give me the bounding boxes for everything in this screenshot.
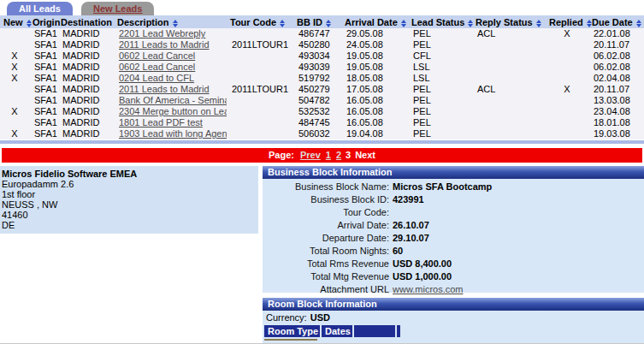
cell-arrival-date: 16.05.08 xyxy=(341,95,408,106)
field-value xyxy=(393,206,644,219)
cell-bb-id: 450279 xyxy=(293,84,341,95)
tab-all-leads[interactable]: All Leads xyxy=(7,2,73,15)
sort-icon[interactable] xyxy=(326,20,331,27)
field-value: 60 xyxy=(393,245,644,258)
table-row[interactable]: X SFA1 MADRID 0602 Lead Cancel 493034 19… xyxy=(0,50,644,62)
sort-icon[interactable] xyxy=(536,20,541,27)
cell-origin: SFA1 xyxy=(29,95,57,106)
field-label: Tour Code: xyxy=(263,206,393,219)
cell-replied: X xyxy=(546,84,588,95)
cell-reply-status: ACL xyxy=(472,28,546,39)
company-address-block: Micros Fidelio Software EMEA Europadamm … xyxy=(0,166,258,234)
business-block-panel: Business Block Information Business Bloc… xyxy=(263,166,644,293)
column-header[interactable]: Replied xyxy=(546,15,588,28)
cell-due-date: 06.02.08 xyxy=(588,62,644,73)
table-bottom-divider xyxy=(0,140,644,144)
lead-description-link[interactable]: 1903 Lead with long Agenda xyxy=(119,128,227,139)
cell-new-flag xyxy=(0,84,29,95)
attachment-label: Attachment URL xyxy=(263,283,393,296)
field-label: Total Rms Revenue xyxy=(263,258,393,270)
tab-new-leads[interactable]: New Leads xyxy=(81,2,154,15)
cell-arrival-date: 19.04.08 xyxy=(341,128,408,139)
cell-origin: SFA1 xyxy=(29,106,57,117)
cell-replied xyxy=(546,62,588,73)
cell-reply-status xyxy=(472,73,546,84)
leads-table: New Origin Destination Description Tour … xyxy=(0,15,644,144)
room-block-panel-title: Room Block Information xyxy=(263,298,644,311)
lead-description-link[interactable]: 0602 Lead Cancel xyxy=(119,62,195,72)
field-value: USD 1,000.00 xyxy=(393,270,644,283)
tabs-bar: All Leads New Leads xyxy=(0,0,644,15)
lead-description-link[interactable]: 2011 Leads to Madrid xyxy=(119,39,210,50)
cell-lead-status: PEL xyxy=(408,106,472,117)
lead-description-link[interactable]: 2011 Leads to Madrid xyxy=(119,84,210,94)
sort-icon[interactable] xyxy=(173,20,178,27)
business-block-panel-body: Business Block Name: Micros SFA Bootcamp… xyxy=(263,179,644,293)
column-header[interactable]: Due Date xyxy=(588,15,644,28)
column-header[interactable]: Description xyxy=(114,15,227,28)
business-block-panel-title: Business Block Information xyxy=(263,166,644,179)
field-row: Business Block ID: 423991 xyxy=(263,193,644,206)
table-row[interactable]: SFA1 MADRID 1801 Lead PDF test 484745 16… xyxy=(0,117,644,128)
currency-row: Currency:USD xyxy=(264,311,644,323)
table-row[interactable]: SFA1 MADRID 2011 Leads to Madrid 2011LTO… xyxy=(0,84,644,95)
column-header[interactable]: Destination xyxy=(57,15,114,28)
attachment-row: Attachment URL www.micros.com xyxy=(263,283,644,296)
cell-lead-status: PEL xyxy=(408,117,472,128)
column-header[interactable]: Lead Status xyxy=(408,15,472,28)
table-row[interactable]: SFA1 MADRID 2011 Leads to Madrid 2011LTO… xyxy=(0,39,644,50)
cell-new-flag xyxy=(0,39,29,50)
field-label: Arrival Date: xyxy=(263,219,393,232)
sort-icon[interactable] xyxy=(280,20,285,27)
field-label: Total Room Nights: xyxy=(263,245,393,258)
pagination-page-link[interactable]: Prev xyxy=(300,150,321,160)
column-header[interactable]: Tour Code xyxy=(227,15,293,28)
cell-destination: MADRID xyxy=(57,62,114,73)
lead-description-link[interactable]: Bank Of America - Seminar xyxy=(119,95,227,105)
lead-description-link[interactable]: 1801 Lead PDF test xyxy=(119,117,203,128)
column-header[interactable]: Reply Status xyxy=(472,15,546,28)
cell-destination: MADRID xyxy=(57,84,114,95)
pagination-next-link[interactable]: Next xyxy=(355,150,375,160)
field-label: Departure Date: xyxy=(263,232,393,245)
sort-icon[interactable] xyxy=(636,20,641,27)
cell-bb-id: 504782 xyxy=(293,95,341,106)
attachment-url-link[interactable]: www.micros.com xyxy=(393,284,464,294)
table-row[interactable]: X SFA1 MADRID 1903 Lead with long Agenda… xyxy=(0,128,644,139)
table-row[interactable]: X SFA1 MADRID 2304 Merge button on Lead … xyxy=(0,106,644,117)
lead-description-link[interactable]: 2201 Lead Webreply xyxy=(119,28,205,39)
table-row[interactable]: SFA1 MADRID 2201 Lead Webreply 486747 29… xyxy=(0,28,644,39)
cell-destination: MADRID xyxy=(57,128,114,139)
column-header[interactable]: Arrival Date xyxy=(341,15,408,28)
pagination-page-link[interactable]: 2 xyxy=(336,150,341,160)
field-row: Business Block Name: Micros SFA Bootcamp xyxy=(263,181,644,193)
table-row[interactable]: SFA1 MADRID Bank Of America - Seminar 50… xyxy=(0,95,644,106)
column-header[interactable]: Origin xyxy=(29,15,57,28)
column-header[interactable]: BB ID xyxy=(293,15,341,28)
cell-replied xyxy=(546,117,588,128)
lead-description-link[interactable]: 0602 Lead Cancel xyxy=(119,50,195,61)
cell-replied xyxy=(546,95,588,106)
field-value: 26.10.07 xyxy=(393,219,644,232)
lead-description-link[interactable]: 2304 Merge button on Lead xyxy=(119,106,227,116)
cell-arrival-date: 19.05.08 xyxy=(341,62,408,73)
column-header[interactable]: New xyxy=(0,15,29,28)
table-row[interactable]: X SFA1 MADRID 0204 Lead to CFL 519792 18… xyxy=(0,73,644,84)
column-header-label: Destination xyxy=(61,17,112,27)
currency-label: Currency: xyxy=(266,312,307,323)
cell-tour-code xyxy=(227,128,293,139)
leads-table-header-row: New Origin Destination Description Tour … xyxy=(0,15,644,28)
cell-due-date: 06.02.08 xyxy=(588,50,644,62)
pagination-links: Prev12 xyxy=(298,150,344,160)
cell-origin: SFA1 xyxy=(29,62,57,73)
column-header-label: Replied xyxy=(549,17,583,27)
column-header-label: BB ID xyxy=(297,17,322,27)
lead-description-link[interactable]: 0204 Lead to CFL xyxy=(119,73,194,83)
room-block-cutoff-row xyxy=(264,339,317,341)
pagination-page-link[interactable]: 1 xyxy=(326,150,331,160)
column-header-label: Reply Status xyxy=(476,17,533,27)
sort-icon[interactable] xyxy=(401,20,406,27)
cell-replied xyxy=(546,128,588,139)
table-row[interactable]: X SFA1 MADRID 0602 Lead Cancel 493039 19… xyxy=(0,62,644,73)
cell-replied: X xyxy=(546,28,588,39)
